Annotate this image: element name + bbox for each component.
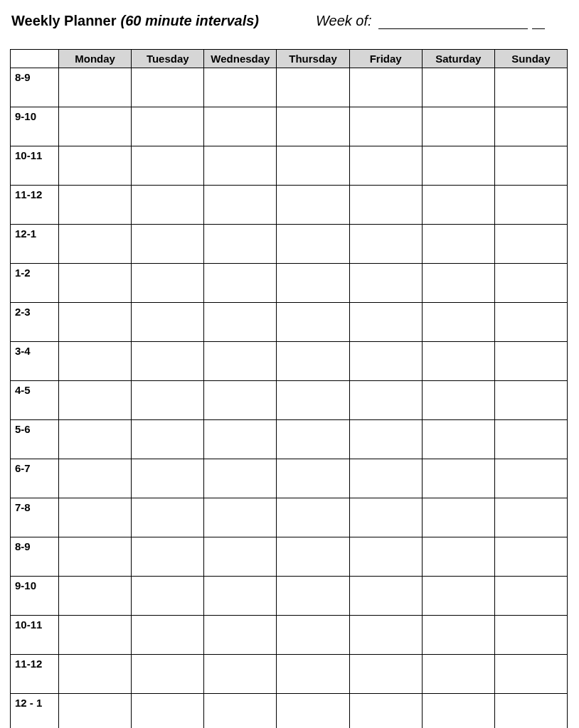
planner-cell[interactable] xyxy=(349,303,422,342)
planner-cell[interactable] xyxy=(132,655,204,694)
planner-cell[interactable] xyxy=(349,264,422,303)
planner-cell[interactable] xyxy=(277,264,349,303)
planner-cell[interactable] xyxy=(422,694,494,729)
planner-cell[interactable] xyxy=(494,694,567,729)
planner-cell[interactable] xyxy=(59,303,132,342)
planner-cell[interactable] xyxy=(132,577,204,616)
planner-cell[interactable] xyxy=(204,655,277,694)
planner-cell[interactable] xyxy=(349,420,422,459)
planner-cell[interactable] xyxy=(277,498,349,537)
planner-cell[interactable] xyxy=(59,264,132,303)
planner-cell[interactable] xyxy=(422,616,494,655)
planner-cell[interactable] xyxy=(132,303,204,342)
planner-cell[interactable] xyxy=(59,381,132,420)
planner-cell[interactable] xyxy=(422,264,494,303)
planner-cell[interactable] xyxy=(277,694,349,729)
planner-cell[interactable] xyxy=(132,381,204,420)
planner-cell[interactable] xyxy=(59,107,132,146)
planner-cell[interactable] xyxy=(204,616,277,655)
planner-cell[interactable] xyxy=(422,459,494,498)
planner-cell[interactable] xyxy=(494,616,567,655)
planner-cell[interactable] xyxy=(494,655,567,694)
planner-cell[interactable] xyxy=(349,577,422,616)
planner-cell[interactable] xyxy=(349,381,422,420)
planner-cell[interactable] xyxy=(204,381,277,420)
planner-cell[interactable] xyxy=(204,225,277,264)
planner-cell[interactable] xyxy=(59,225,132,264)
planner-cell[interactable] xyxy=(494,303,567,342)
planner-cell[interactable] xyxy=(277,537,349,577)
planner-cell[interactable] xyxy=(277,459,349,498)
planner-cell[interactable] xyxy=(349,616,422,655)
planner-cell[interactable] xyxy=(132,342,204,381)
planner-cell[interactable] xyxy=(494,186,567,225)
planner-cell[interactable] xyxy=(204,107,277,146)
planner-cell[interactable] xyxy=(204,420,277,459)
planner-cell[interactable] xyxy=(204,146,277,186)
planner-cell[interactable] xyxy=(204,577,277,616)
planner-cell[interactable] xyxy=(132,264,204,303)
planner-cell[interactable] xyxy=(494,68,567,107)
planner-cell[interactable] xyxy=(349,342,422,381)
planner-cell[interactable] xyxy=(494,107,567,146)
planner-cell[interactable] xyxy=(277,420,349,459)
week-of-blank-tail[interactable] xyxy=(532,18,545,29)
planner-cell[interactable] xyxy=(277,107,349,146)
planner-cell[interactable] xyxy=(204,498,277,537)
planner-cell[interactable] xyxy=(59,616,132,655)
planner-cell[interactable] xyxy=(349,225,422,264)
planner-cell[interactable] xyxy=(422,225,494,264)
planner-cell[interactable] xyxy=(132,186,204,225)
planner-cell[interactable] xyxy=(349,498,422,537)
planner-cell[interactable] xyxy=(422,498,494,537)
planner-cell[interactable] xyxy=(204,303,277,342)
planner-cell[interactable] xyxy=(59,342,132,381)
planner-cell[interactable] xyxy=(59,68,132,107)
planner-cell[interactable] xyxy=(277,186,349,225)
planner-cell[interactable] xyxy=(132,225,204,264)
planner-cell[interactable] xyxy=(204,694,277,729)
planner-cell[interactable] xyxy=(277,616,349,655)
planner-cell[interactable] xyxy=(494,420,567,459)
planner-cell[interactable] xyxy=(132,459,204,498)
planner-cell[interactable] xyxy=(59,537,132,577)
planner-cell[interactable] xyxy=(59,186,132,225)
planner-cell[interactable] xyxy=(132,146,204,186)
planner-cell[interactable] xyxy=(132,68,204,107)
planner-cell[interactable] xyxy=(349,68,422,107)
planner-cell[interactable] xyxy=(204,264,277,303)
planner-cell[interactable] xyxy=(132,694,204,729)
planner-cell[interactable] xyxy=(132,107,204,146)
planner-cell[interactable] xyxy=(349,107,422,146)
planner-cell[interactable] xyxy=(422,537,494,577)
planner-cell[interactable] xyxy=(494,537,567,577)
planner-cell[interactable] xyxy=(349,146,422,186)
planner-cell[interactable] xyxy=(59,694,132,729)
planner-cell[interactable] xyxy=(422,577,494,616)
planner-cell[interactable] xyxy=(494,381,567,420)
planner-cell[interactable] xyxy=(59,420,132,459)
week-of-blank-line[interactable] xyxy=(378,18,528,29)
planner-cell[interactable] xyxy=(422,655,494,694)
planner-cell[interactable] xyxy=(277,68,349,107)
planner-cell[interactable] xyxy=(277,381,349,420)
planner-cell[interactable] xyxy=(277,342,349,381)
planner-cell[interactable] xyxy=(59,577,132,616)
planner-cell[interactable] xyxy=(494,225,567,264)
planner-cell[interactable] xyxy=(204,537,277,577)
planner-cell[interactable] xyxy=(494,342,567,381)
planner-cell[interactable] xyxy=(132,420,204,459)
planner-cell[interactable] xyxy=(422,68,494,107)
planner-cell[interactable] xyxy=(204,68,277,107)
planner-cell[interactable] xyxy=(59,498,132,537)
planner-cell[interactable] xyxy=(422,186,494,225)
planner-cell[interactable] xyxy=(204,186,277,225)
planner-cell[interactable] xyxy=(494,577,567,616)
planner-cell[interactable] xyxy=(349,459,422,498)
planner-cell[interactable] xyxy=(494,459,567,498)
planner-cell[interactable] xyxy=(277,225,349,264)
planner-cell[interactable] xyxy=(422,303,494,342)
planner-cell[interactable] xyxy=(277,146,349,186)
planner-cell[interactable] xyxy=(349,186,422,225)
planner-cell[interactable] xyxy=(422,381,494,420)
